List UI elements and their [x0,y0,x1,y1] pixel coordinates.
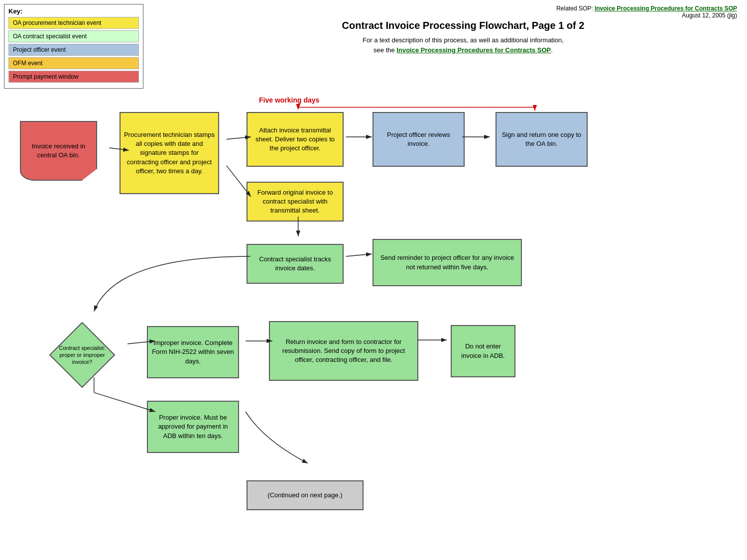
svg-line-18 [94,393,155,412]
diamond-container: Contract specialist: proper or improper … [47,320,117,390]
legend-item-green: OA contract specialist event [8,30,139,42]
sop-link-header[interactable]: Invoice Processing Procedures for Contra… [595,5,737,12]
title-area: Contract Invoice Processing Flowchart, P… [189,20,737,55]
legend-item-orange: OFM event [8,57,139,69]
legend-title: Key: [8,7,139,15]
procurement-technician-box: Procurement technician stamps all copies… [120,112,219,194]
legend-box: Key: OA procurement technician event OA … [4,4,143,89]
diamond-label: Contract specialist: proper or improper … [57,330,107,380]
do-not-enter-box: Do not enter invoice in ADB. [451,325,515,377]
return-invoice-box: Return invoice and form to contractor fo… [269,321,418,381]
contract-specialist-tracks-box: Contract specialist tracks invoice dates… [247,244,344,284]
diamond-shape: Contract specialist: proper or improper … [47,320,117,390]
invoice-received-box: Invoice received in central OA bin. [20,121,97,181]
proper-invoice-box: Proper invoice. Must be approved for pay… [147,401,239,453]
svg-line-13 [346,254,372,256]
description-text: For a text description of this process, … [189,35,737,55]
five-days-label: Five working days [259,96,319,104]
improper-invoice-box: Improper invoice. Complete Form NIH-2522… [147,326,239,378]
legend-item-yellow: OA procurement technician event [8,17,139,29]
related-sop-label: Related SOP: [556,5,593,12]
forward-original-box: Forward original invoice to contract spe… [247,182,344,222]
sop-link-body[interactable]: Invoice Processing Procedures for Contra… [396,46,551,54]
send-reminder-box: Send reminder to project officer for any… [373,239,522,286]
page-title: Contract Invoice Processing Flowchart, P… [189,20,737,31]
sign-return-box: Sign and return one copy to the OA bin. [496,112,588,167]
header: Related SOP: Invoice Processing Procedur… [556,5,737,19]
project-officer-reviews-box: Project officer reviews invoice. [373,112,465,167]
attach-transmittal-box: Attach invoice transmittal sheet. Delive… [247,112,344,167]
flowchart-container: Five working days Invoice received in ce… [15,77,742,555]
date-label: August 12, 2005 (jlg) [682,12,737,19]
legend-item-blue: Project officer event [8,44,139,56]
continued-box: (Continued on next page.) [247,480,364,510]
